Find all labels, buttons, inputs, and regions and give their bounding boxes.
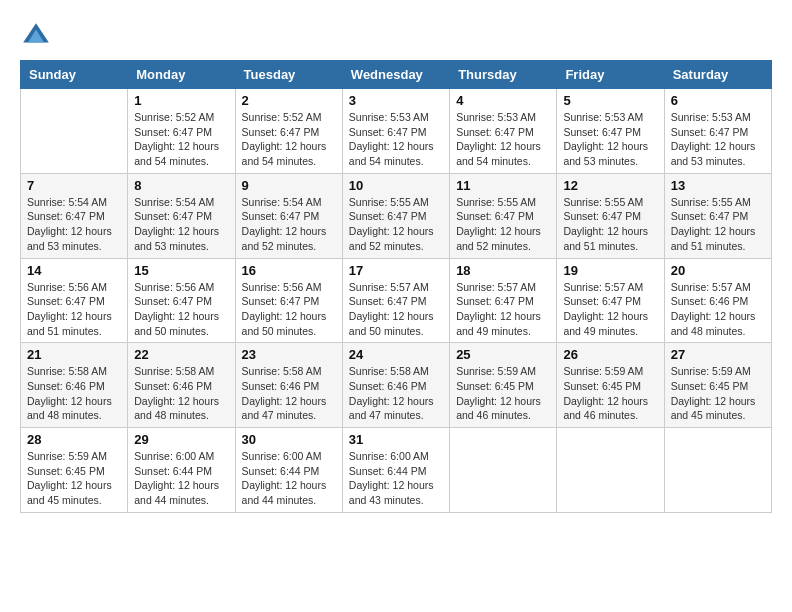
calendar-cell: 29Sunrise: 6:00 AM Sunset: 6:44 PM Dayli… — [128, 428, 235, 513]
day-number: 12 — [563, 178, 657, 193]
calendar-cell: 17Sunrise: 5:57 AM Sunset: 6:47 PM Dayli… — [342, 258, 449, 343]
calendar-header-row: SundayMondayTuesdayWednesdayThursdayFrid… — [21, 61, 772, 89]
day-info: Sunrise: 5:52 AM Sunset: 6:47 PM Dayligh… — [242, 110, 336, 169]
calendar-cell: 27Sunrise: 5:59 AM Sunset: 6:45 PM Dayli… — [664, 343, 771, 428]
calendar-week-row-2: 7Sunrise: 5:54 AM Sunset: 6:47 PM Daylig… — [21, 173, 772, 258]
day-info: Sunrise: 5:59 AM Sunset: 6:45 PM Dayligh… — [563, 364, 657, 423]
day-info: Sunrise: 5:55 AM Sunset: 6:47 PM Dayligh… — [456, 195, 550, 254]
page-header — [20, 20, 772, 52]
day-number: 13 — [671, 178, 765, 193]
calendar-cell: 6Sunrise: 5:53 AM Sunset: 6:47 PM Daylig… — [664, 89, 771, 174]
calendar-cell: 12Sunrise: 5:55 AM Sunset: 6:47 PM Dayli… — [557, 173, 664, 258]
calendar-header-wednesday: Wednesday — [342, 61, 449, 89]
day-number: 16 — [242, 263, 336, 278]
calendar-cell: 14Sunrise: 5:56 AM Sunset: 6:47 PM Dayli… — [21, 258, 128, 343]
calendar-cell — [557, 428, 664, 513]
day-info: Sunrise: 5:58 AM Sunset: 6:46 PM Dayligh… — [349, 364, 443, 423]
day-info: Sunrise: 5:59 AM Sunset: 6:45 PM Dayligh… — [27, 449, 121, 508]
calendar-header-thursday: Thursday — [450, 61, 557, 89]
day-info: Sunrise: 5:53 AM Sunset: 6:47 PM Dayligh… — [349, 110, 443, 169]
calendar-week-row-3: 14Sunrise: 5:56 AM Sunset: 6:47 PM Dayli… — [21, 258, 772, 343]
calendar-cell: 24Sunrise: 5:58 AM Sunset: 6:46 PM Dayli… — [342, 343, 449, 428]
day-number: 3 — [349, 93, 443, 108]
day-number: 25 — [456, 347, 550, 362]
day-number: 6 — [671, 93, 765, 108]
day-number: 14 — [27, 263, 121, 278]
day-info: Sunrise: 5:54 AM Sunset: 6:47 PM Dayligh… — [27, 195, 121, 254]
day-number: 26 — [563, 347, 657, 362]
day-info: Sunrise: 5:56 AM Sunset: 6:47 PM Dayligh… — [242, 280, 336, 339]
day-number: 11 — [456, 178, 550, 193]
day-info: Sunrise: 5:56 AM Sunset: 6:47 PM Dayligh… — [134, 280, 228, 339]
calendar-header-friday: Friday — [557, 61, 664, 89]
day-info: Sunrise: 5:59 AM Sunset: 6:45 PM Dayligh… — [671, 364, 765, 423]
day-number: 2 — [242, 93, 336, 108]
calendar-header-tuesday: Tuesday — [235, 61, 342, 89]
calendar-cell: 7Sunrise: 5:54 AM Sunset: 6:47 PM Daylig… — [21, 173, 128, 258]
day-number: 17 — [349, 263, 443, 278]
day-number: 9 — [242, 178, 336, 193]
day-number: 29 — [134, 432, 228, 447]
day-info: Sunrise: 6:00 AM Sunset: 6:44 PM Dayligh… — [134, 449, 228, 508]
calendar-cell — [664, 428, 771, 513]
calendar-cell: 15Sunrise: 5:56 AM Sunset: 6:47 PM Dayli… — [128, 258, 235, 343]
calendar-table: SundayMondayTuesdayWednesdayThursdayFrid… — [20, 60, 772, 513]
day-info: Sunrise: 5:55 AM Sunset: 6:47 PM Dayligh… — [349, 195, 443, 254]
calendar-cell: 18Sunrise: 5:57 AM Sunset: 6:47 PM Dayli… — [450, 258, 557, 343]
day-number: 31 — [349, 432, 443, 447]
calendar-cell: 26Sunrise: 5:59 AM Sunset: 6:45 PM Dayli… — [557, 343, 664, 428]
logo-icon — [20, 20, 52, 52]
day-info: Sunrise: 5:57 AM Sunset: 6:47 PM Dayligh… — [563, 280, 657, 339]
day-info: Sunrise: 6:00 AM Sunset: 6:44 PM Dayligh… — [242, 449, 336, 508]
calendar-cell: 20Sunrise: 5:57 AM Sunset: 6:46 PM Dayli… — [664, 258, 771, 343]
calendar-week-row-1: 1Sunrise: 5:52 AM Sunset: 6:47 PM Daylig… — [21, 89, 772, 174]
calendar-cell: 30Sunrise: 6:00 AM Sunset: 6:44 PM Dayli… — [235, 428, 342, 513]
logo — [20, 20, 56, 52]
calendar-cell: 3Sunrise: 5:53 AM Sunset: 6:47 PM Daylig… — [342, 89, 449, 174]
day-number: 24 — [349, 347, 443, 362]
day-info: Sunrise: 5:59 AM Sunset: 6:45 PM Dayligh… — [456, 364, 550, 423]
calendar-week-row-4: 21Sunrise: 5:58 AM Sunset: 6:46 PM Dayli… — [21, 343, 772, 428]
calendar-cell — [21, 89, 128, 174]
day-number: 22 — [134, 347, 228, 362]
day-number: 1 — [134, 93, 228, 108]
day-info: Sunrise: 5:58 AM Sunset: 6:46 PM Dayligh… — [134, 364, 228, 423]
calendar-cell: 10Sunrise: 5:55 AM Sunset: 6:47 PM Dayli… — [342, 173, 449, 258]
calendar-cell: 11Sunrise: 5:55 AM Sunset: 6:47 PM Dayli… — [450, 173, 557, 258]
day-number: 20 — [671, 263, 765, 278]
calendar-week-row-5: 28Sunrise: 5:59 AM Sunset: 6:45 PM Dayli… — [21, 428, 772, 513]
calendar-cell: 21Sunrise: 5:58 AM Sunset: 6:46 PM Dayli… — [21, 343, 128, 428]
day-number: 19 — [563, 263, 657, 278]
calendar-cell: 5Sunrise: 5:53 AM Sunset: 6:47 PM Daylig… — [557, 89, 664, 174]
day-number: 27 — [671, 347, 765, 362]
day-info: Sunrise: 5:55 AM Sunset: 6:47 PM Dayligh… — [563, 195, 657, 254]
calendar-cell: 13Sunrise: 5:55 AM Sunset: 6:47 PM Dayli… — [664, 173, 771, 258]
calendar-header-sunday: Sunday — [21, 61, 128, 89]
calendar-header-saturday: Saturday — [664, 61, 771, 89]
day-number: 23 — [242, 347, 336, 362]
calendar-cell: 31Sunrise: 6:00 AM Sunset: 6:44 PM Dayli… — [342, 428, 449, 513]
calendar-cell: 4Sunrise: 5:53 AM Sunset: 6:47 PM Daylig… — [450, 89, 557, 174]
day-number: 30 — [242, 432, 336, 447]
day-info: Sunrise: 5:53 AM Sunset: 6:47 PM Dayligh… — [671, 110, 765, 169]
day-number: 15 — [134, 263, 228, 278]
calendar-cell: 9Sunrise: 5:54 AM Sunset: 6:47 PM Daylig… — [235, 173, 342, 258]
day-number: 7 — [27, 178, 121, 193]
day-number: 21 — [27, 347, 121, 362]
day-info: Sunrise: 5:58 AM Sunset: 6:46 PM Dayligh… — [242, 364, 336, 423]
day-number: 28 — [27, 432, 121, 447]
day-info: Sunrise: 5:57 AM Sunset: 6:47 PM Dayligh… — [349, 280, 443, 339]
calendar-cell — [450, 428, 557, 513]
calendar-cell: 28Sunrise: 5:59 AM Sunset: 6:45 PM Dayli… — [21, 428, 128, 513]
calendar-cell: 19Sunrise: 5:57 AM Sunset: 6:47 PM Dayli… — [557, 258, 664, 343]
calendar-cell: 22Sunrise: 5:58 AM Sunset: 6:46 PM Dayli… — [128, 343, 235, 428]
calendar-header-monday: Monday — [128, 61, 235, 89]
calendar-cell: 25Sunrise: 5:59 AM Sunset: 6:45 PM Dayli… — [450, 343, 557, 428]
day-number: 18 — [456, 263, 550, 278]
day-info: Sunrise: 5:57 AM Sunset: 6:46 PM Dayligh… — [671, 280, 765, 339]
day-number: 10 — [349, 178, 443, 193]
calendar-cell: 8Sunrise: 5:54 AM Sunset: 6:47 PM Daylig… — [128, 173, 235, 258]
day-info: Sunrise: 5:54 AM Sunset: 6:47 PM Dayligh… — [242, 195, 336, 254]
day-info: Sunrise: 5:53 AM Sunset: 6:47 PM Dayligh… — [456, 110, 550, 169]
calendar-cell: 2Sunrise: 5:52 AM Sunset: 6:47 PM Daylig… — [235, 89, 342, 174]
